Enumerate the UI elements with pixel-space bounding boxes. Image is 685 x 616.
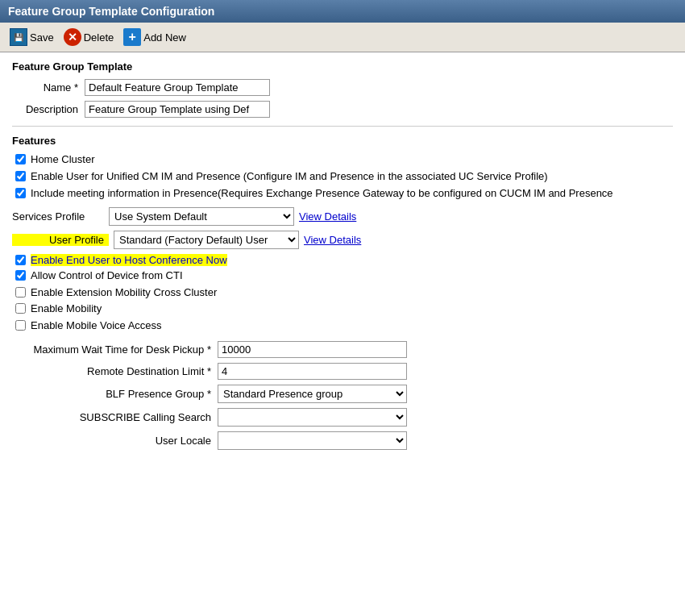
- max-wait-row: Maximum Wait Time for Desk Pickup * 1000…: [12, 341, 673, 358]
- description-row: Description Feature Group Template using…: [12, 101, 673, 118]
- description-input[interactable]: Feature Group Template using Def: [85, 101, 270, 118]
- enable-extension-checkbox[interactable]: [15, 287, 26, 298]
- enable-mobile-voice-label: Enable Mobile Voice Access: [31, 319, 162, 333]
- delete-icon: ✕: [64, 28, 81, 46]
- delete-button[interactable]: ✕ Delete: [60, 27, 118, 48]
- blf-presence-label: BLF Presence Group *: [12, 388, 218, 400]
- addnew-label: Add New: [143, 31, 186, 44]
- include-meeting-label: Include meeting information in Presence(…: [31, 187, 613, 201]
- allow-control-row: Allow Control of Device from CTI: [12, 269, 673, 283]
- enable-user-checkbox[interactable]: [15, 171, 26, 181]
- name-input[interactable]: Default Feature Group Template: [85, 79, 270, 96]
- home-cluster-row: Home Cluster: [12, 153, 673, 167]
- services-profile-label: Services Profile: [12, 210, 109, 223]
- enable-mobility-label: Enable Mobility: [31, 302, 102, 316]
- remote-dest-row: Remote Destination Limit * 4: [12, 363, 673, 380]
- services-profile-row: Services Profile Use System Default View…: [12, 207, 673, 226]
- services-profile-select[interactable]: Use System Default: [109, 207, 294, 226]
- user-profile-label-container: User Profile: [12, 234, 114, 246]
- description-label: Description: [12, 103, 85, 115]
- enable-mobility-row: Enable Mobility: [12, 302, 673, 316]
- max-wait-input[interactable]: 10000: [218, 341, 407, 358]
- include-meeting-checkbox[interactable]: [15, 188, 26, 198]
- user-locale-row: User Locale: [12, 431, 673, 450]
- enable-mobile-voice-checkbox[interactable]: [15, 320, 26, 331]
- addnew-icon: +: [123, 28, 141, 46]
- enable-end-user-row: Enable End User to Host Conference Now: [12, 254, 673, 266]
- main-content: Feature Group Template Name * Default Fe…: [0, 52, 685, 616]
- enable-mobility-checkbox[interactable]: [15, 303, 26, 314]
- max-wait-label: Maximum Wait Time for Desk Pickup *: [12, 343, 218, 356]
- allow-control-checkbox[interactable]: [15, 270, 26, 281]
- enable-user-row: Enable User for Unified CM IM and Presen…: [12, 170, 673, 184]
- blf-presence-row: BLF Presence Group * Standard Presence g…: [12, 385, 673, 403]
- features-section: Features Home Cluster Enable User for Un…: [12, 135, 673, 450]
- services-profile-view-details[interactable]: View Details: [299, 210, 356, 223]
- name-required: *: [74, 81, 78, 94]
- blf-presence-select[interactable]: Standard Presence group: [218, 385, 407, 403]
- save-label: Save: [30, 31, 54, 44]
- enable-extension-label: Enable Extension Mobility Cross Cluster: [31, 286, 217, 300]
- title-bar: Feature Group Template Configuration: [0, 0, 685, 23]
- subscribe-calling-row: SUBSCRIBE Calling Search: [12, 408, 673, 427]
- addnew-button[interactable]: + Add New: [120, 27, 189, 48]
- enable-end-user-checkbox[interactable]: [15, 255, 26, 265]
- name-row: Name * Default Feature Group Template: [12, 79, 673, 96]
- enable-end-user-label: Enable End User to Host Conference Now: [31, 254, 227, 266]
- top-toolbar: 💾 Save ✕ Delete + Add New: [0, 23, 685, 52]
- allow-control-label: Allow Control of Device from CTI: [31, 269, 183, 283]
- remote-dest-input[interactable]: 4: [218, 363, 407, 380]
- user-profile-label: User Profile: [12, 234, 109, 246]
- remote-dest-label: Remote Destination Limit *: [12, 365, 218, 377]
- save-icon: 💾: [10, 28, 27, 46]
- title-text: Feature Group Template Configuration: [8, 5, 214, 18]
- features-title: Features: [12, 135, 673, 147]
- subscribe-calling-select[interactable]: [218, 408, 407, 427]
- delete-label: Delete: [84, 31, 114, 44]
- user-locale-select[interactable]: [218, 431, 407, 450]
- home-cluster-checkbox[interactable]: [15, 154, 26, 164]
- subscribe-calling-label: SUBSCRIBE Calling Search: [12, 411, 218, 423]
- name-label: Name *: [12, 81, 85, 94]
- section-title-fgt: Feature Group Template: [12, 60, 673, 73]
- home-cluster-label: Home Cluster: [31, 153, 94, 167]
- user-locale-label: User Locale: [12, 435, 218, 447]
- enable-extension-row: Enable Extension Mobility Cross Cluster: [12, 286, 673, 300]
- user-profile-row: User Profile Standard (Factory Default) …: [12, 231, 673, 249]
- user-profile-view-details[interactable]: View Details: [304, 234, 361, 246]
- divider-1: [12, 126, 673, 127]
- enable-user-label: Enable User for Unified CM IM and Presen…: [31, 170, 548, 184]
- save-button[interactable]: 💾 Save: [6, 27, 57, 48]
- user-profile-select[interactable]: Standard (Factory Default) User: [114, 231, 299, 249]
- include-meeting-row: Include meeting information in Presence(…: [12, 187, 673, 201]
- enable-mobile-voice-row: Enable Mobile Voice Access: [12, 319, 673, 333]
